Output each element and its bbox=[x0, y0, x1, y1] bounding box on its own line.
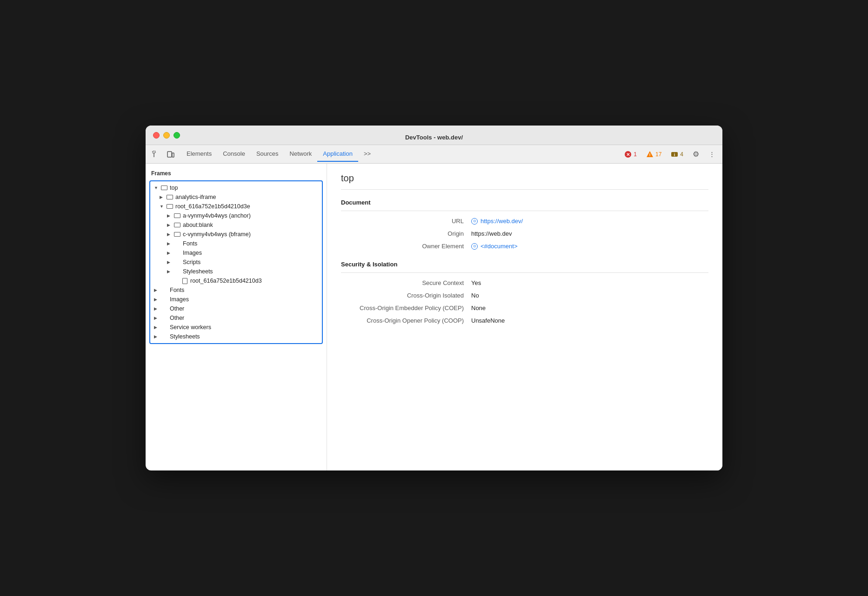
tree-item-images-sub[interactable]: ▶ Images bbox=[150, 248, 322, 258]
folder-icon-images-sub bbox=[174, 250, 181, 256]
maximize-button[interactable] bbox=[174, 132, 180, 139]
tab-application[interactable]: Application bbox=[317, 146, 358, 162]
document-section-title: Document bbox=[341, 199, 708, 211]
frame-icon-root616a bbox=[166, 204, 174, 209]
label-images-sub: Images bbox=[183, 250, 202, 256]
label-top: top bbox=[170, 185, 178, 191]
secure-context-row: Secure Context Yes bbox=[341, 279, 708, 286]
arrow-c-vynmy: ▶ bbox=[167, 232, 173, 237]
svg-rect-3 bbox=[172, 153, 174, 157]
url-row: URL ⊙ https://web.dev/ bbox=[341, 218, 708, 225]
settings-icon[interactable]: ⚙ bbox=[689, 148, 702, 161]
arrow-scripts-sub: ▶ bbox=[167, 260, 173, 265]
tree-item-other1[interactable]: ▶ Other bbox=[150, 304, 322, 313]
frame-icon-analytics bbox=[166, 194, 174, 200]
tree-item-root616a[interactable]: ▼ root_616a752e1b5d4210d3e bbox=[150, 202, 322, 211]
label-root616a: root_616a752e1b5d4210d3e bbox=[175, 203, 250, 210]
svg-text:!: ! bbox=[649, 152, 650, 157]
cross-origin-isolated-label: Cross-Origin Isolated bbox=[341, 292, 471, 299]
secure-context-value: Yes bbox=[471, 279, 481, 286]
label-scripts-sub: Scripts bbox=[183, 259, 200, 265]
label-c-vynmy: c-vynmy4vb4wys (bframe) bbox=[183, 231, 251, 238]
minimize-button[interactable] bbox=[163, 132, 170, 139]
tree-item-analytics-iframe[interactable]: ▶ analytics-iframe bbox=[150, 192, 322, 202]
folder-icon-images bbox=[160, 297, 168, 302]
url-link[interactable]: https://web.dev/ bbox=[481, 218, 523, 225]
coep-label: Cross-Origin Embedder Policy (COEP) bbox=[341, 305, 471, 311]
device-toggle-icon[interactable] bbox=[164, 148, 177, 161]
tabs-bar: Elements Console Sources Network Applica… bbox=[146, 145, 722, 164]
owner-element-link[interactable]: <#document> bbox=[481, 243, 518, 250]
tab-icon-group bbox=[149, 148, 177, 161]
tab-more[interactable]: >> bbox=[358, 146, 376, 162]
more-options-icon[interactable]: ⋮ bbox=[705, 149, 719, 159]
arrow-stylesheets-sub: ▶ bbox=[167, 269, 173, 274]
tree-item-service-workers[interactable]: ▶ Service workers bbox=[150, 323, 322, 332]
title-bar: DevTools - web.dev/ bbox=[146, 126, 722, 145]
frame-icon-a-vynmy bbox=[174, 213, 181, 219]
info-badge[interactable]: i 4 bbox=[668, 149, 687, 159]
cross-origin-isolated-value: No bbox=[471, 292, 479, 299]
coop-value: UnsafeNone bbox=[471, 317, 505, 324]
label-fonts: Fonts bbox=[170, 287, 184, 293]
window-title: DevTools - web.dev/ bbox=[153, 134, 715, 141]
arrow-fonts: ▶ bbox=[154, 288, 160, 292]
label-other2: Other bbox=[170, 315, 184, 321]
url-label: URL bbox=[341, 218, 471, 225]
frames-tree: ▼ top ▶ analytics-iframe ▼ root_616a752e… bbox=[149, 180, 323, 344]
tab-network[interactable]: Network bbox=[284, 146, 318, 162]
cross-origin-isolated-row: Cross-Origin Isolated No bbox=[341, 292, 708, 299]
frame-icon-c-vynmy bbox=[174, 232, 181, 237]
arrow-service-workers: ▶ bbox=[154, 325, 160, 330]
tree-item-stylesheet-file[interactable]: ▶ root_616a752e1b5d4210d3 bbox=[150, 276, 322, 285]
coep-row: Cross-Origin Embedder Policy (COEP) None bbox=[341, 305, 708, 311]
detail-panel: top Document URL ⊙ https://web.dev/ Orig… bbox=[327, 164, 722, 470]
security-section-title: Security & Isolation bbox=[341, 261, 708, 273]
tab-console[interactable]: Console bbox=[217, 146, 251, 162]
tab-sources[interactable]: Sources bbox=[251, 146, 284, 162]
folder-icon-other1 bbox=[160, 306, 168, 311]
tree-item-fonts[interactable]: ▶ Fonts bbox=[150, 285, 322, 295]
url-value: ⊙ https://web.dev/ bbox=[471, 218, 523, 225]
inspect-icon[interactable] bbox=[149, 148, 162, 161]
origin-label: Origin bbox=[341, 230, 471, 237]
close-button[interactable] bbox=[153, 132, 160, 139]
tree-item-stylesheets[interactable]: ▶ Stylesheets bbox=[150, 332, 322, 341]
tree-item-other2[interactable]: ▶ Other bbox=[150, 313, 322, 323]
tree-item-c-vynmy[interactable]: ▶ c-vynmy4vb4wys (bframe) bbox=[150, 230, 322, 239]
warning-badge[interactable]: ! 17 bbox=[643, 149, 665, 159]
tab-elements[interactable]: Elements bbox=[181, 146, 217, 162]
main-content: Frames ▼ top ▶ analytics-iframe ▼ bbox=[146, 164, 722, 470]
tree-item-images[interactable]: ▶ Images bbox=[150, 295, 322, 304]
origin-value: https://web.dev bbox=[471, 230, 512, 237]
tree-item-top[interactable]: ▼ top bbox=[150, 183, 322, 192]
arrow-analytics: ▶ bbox=[160, 195, 165, 199]
file-icon-stylesheet bbox=[181, 278, 188, 284]
arrow-other2: ▶ bbox=[154, 316, 160, 320]
arrow-fonts-sub: ▶ bbox=[167, 241, 173, 246]
tree-item-stylesheets-sub[interactable]: ▶ Stylesheets bbox=[150, 267, 322, 276]
folder-icon-stylesheets-sub bbox=[174, 269, 181, 274]
svg-text:✕: ✕ bbox=[626, 152, 630, 157]
label-fonts-sub: Fonts bbox=[183, 240, 197, 247]
label-service-workers: Service workers bbox=[170, 324, 211, 331]
svg-rect-0 bbox=[153, 151, 155, 153]
owner-label: Owner Element bbox=[341, 243, 471, 250]
coep-value: None bbox=[471, 305, 486, 311]
label-a-vynmy: a-vynmy4vb4wys (anchor) bbox=[183, 212, 251, 219]
label-stylesheet-file: root_616a752e1b5d4210d3 bbox=[190, 278, 262, 284]
folder-icon-service-workers bbox=[160, 324, 168, 330]
arrow-images-sub: ▶ bbox=[167, 251, 173, 255]
tree-item-scripts-sub[interactable]: ▶ Scripts bbox=[150, 258, 322, 267]
sidebar: Frames ▼ top ▶ analytics-iframe ▼ bbox=[146, 164, 327, 470]
frame-icon-top bbox=[160, 185, 168, 191]
arrow-stylesheets: ▶ bbox=[154, 334, 160, 339]
tree-item-about-blank[interactable]: ▶ about:blank bbox=[150, 220, 322, 230]
tree-item-a-vynmy[interactable]: ▶ a-vynmy4vb4wys (anchor) bbox=[150, 211, 322, 220]
frame-icon-about-blank bbox=[174, 222, 181, 228]
label-about-blank: about:blank bbox=[183, 222, 213, 228]
arrow-other1: ▶ bbox=[154, 306, 160, 311]
error-badge[interactable]: ✕ 1 bbox=[621, 149, 640, 159]
tree-item-fonts-sub[interactable]: ▶ Fonts bbox=[150, 239, 322, 248]
arrow-top: ▼ bbox=[154, 185, 160, 190]
